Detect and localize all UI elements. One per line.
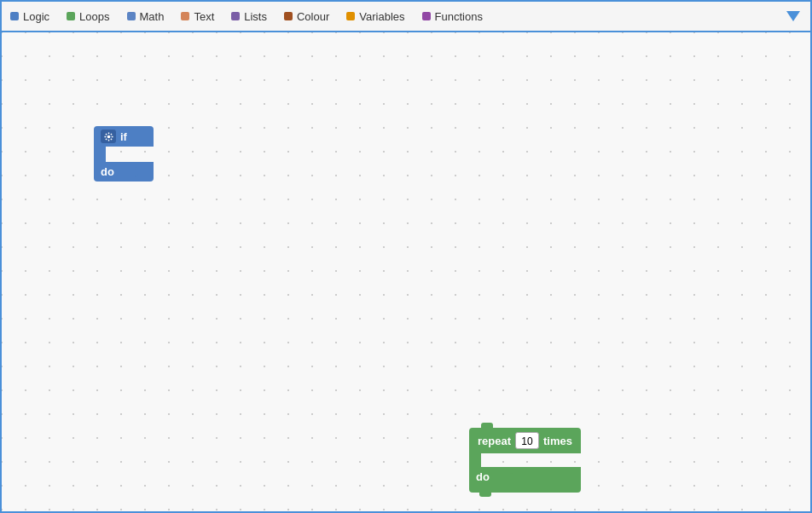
dropdown-arrow-icon[interactable] (786, 11, 800, 21)
colour-label: Colour (297, 10, 329, 23)
text-dot (181, 12, 189, 20)
if-label: if (120, 130, 127, 143)
variables-label: Variables (359, 10, 404, 23)
toolbar-lists[interactable]: Lists (223, 2, 276, 31)
repeat-label: repeat (478, 435, 511, 447)
toolbar-colour[interactable]: Colour (276, 2, 338, 31)
toolbar: Logic Loops Math Text Lists Colour Varia… (2, 2, 810, 32)
repeat-block-middle (469, 453, 581, 467)
lists-label: Lists (244, 10, 267, 23)
svg-point-0 (107, 135, 110, 138)
repeat-block[interactable]: repeat 10 times do (469, 423, 581, 493)
toolbar-functions[interactable]: Functions (414, 2, 491, 31)
if-block-do: do (94, 162, 154, 182)
repeat-bottom-bar (469, 487, 581, 493)
lists-dot (231, 12, 240, 20)
repeat-do-label: do (476, 470, 490, 483)
toolbar-text[interactable]: Text (172, 2, 223, 31)
math-dot (127, 12, 136, 20)
if-block-header: if (94, 126, 154, 147)
math-label: Math (140, 10, 165, 23)
do-label: do (101, 165, 114, 178)
if-left-bar (94, 147, 106, 162)
toolbar-loops[interactable]: Loops (58, 2, 118, 31)
repeat-number-input[interactable]: 10 (515, 432, 539, 449)
canvas-area[interactable]: if do repeat 10 times (2, 32, 810, 511)
if-block[interactable]: if do (94, 126, 154, 182)
app-container: Logic Loops Math Text Lists Colour Varia… (0, 0, 812, 513)
functions-label: Functions (435, 10, 483, 23)
if-inner-gap (106, 147, 154, 162)
repeat-left-bar (469, 453, 481, 467)
functions-dot (422, 12, 431, 20)
toolbar-logic[interactable]: Logic (2, 2, 58, 31)
repeat-block-do: do (469, 467, 581, 487)
times-label: times (543, 435, 572, 447)
if-block-middle (94, 147, 154, 162)
toolbar-variables[interactable]: Variables (338, 2, 413, 31)
gear-icon (101, 130, 116, 143)
text-label: Text (194, 10, 214, 23)
colour-dot (284, 12, 293, 20)
logic-label: Logic (23, 10, 49, 23)
repeat-block-header: repeat 10 times (469, 428, 581, 453)
loops-dot (67, 12, 75, 20)
variables-dot (346, 12, 355, 20)
toolbar-math[interactable]: Math (119, 2, 173, 31)
logic-dot (10, 12, 19, 20)
loops-label: Loops (79, 10, 109, 23)
